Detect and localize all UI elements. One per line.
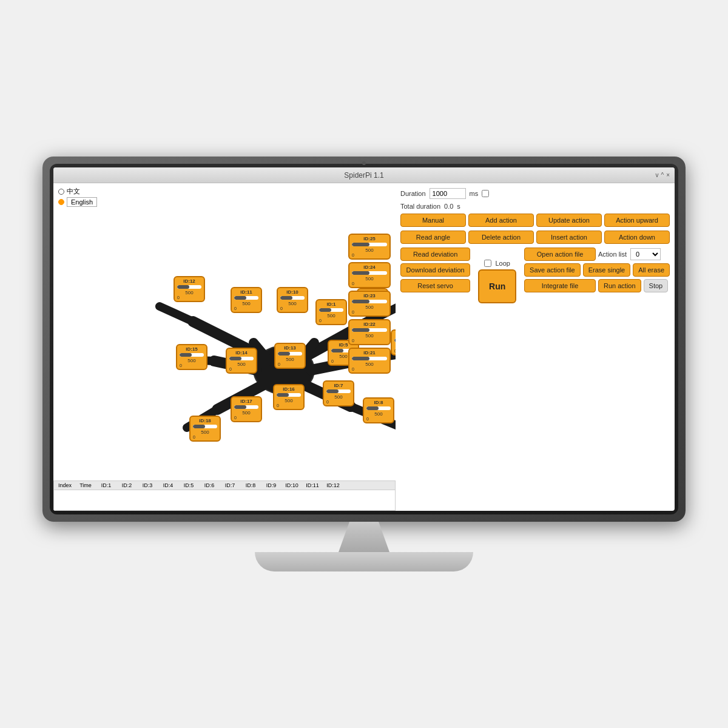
lang-en-label: English: [67, 197, 97, 207]
run-button[interactable]: Run: [478, 269, 516, 303]
open-action-file-button[interactable]: Open action file: [524, 248, 596, 261]
total-duration-value: 0.0: [444, 203, 453, 210]
loop-checkbox[interactable]: [484, 260, 491, 267]
action-upward-button[interactable]: Action upward: [604, 214, 670, 227]
duration-checkbox[interactable]: [482, 190, 489, 197]
action-list-row: Action list 0: [598, 248, 670, 261]
action-down-button[interactable]: Action down: [604, 231, 670, 244]
servo-8[interactable]: ID:8 500 0: [363, 397, 394, 423]
title-bar: SpiderPi 1.1 v ^ ×: [53, 167, 675, 183]
col-id11: ID:11: [304, 482, 321, 488]
read-deviation-button[interactable]: Read deviation: [400, 248, 470, 261]
run-action-button[interactable]: Run action: [598, 279, 641, 292]
erase-single-button[interactable]: Erase single: [583, 263, 631, 277]
save-action-file-button[interactable]: Save action file: [524, 263, 581, 277]
duration-input[interactable]: [430, 188, 466, 199]
servo-16[interactable]: ID:16 500 0: [273, 384, 305, 410]
second-button-grid: Read angle Delete action Insert action A…: [400, 231, 670, 244]
col-index: Index: [56, 482, 73, 488]
action-list-label: Action list: [598, 251, 627, 258]
servo-13[interactable]: ID:13 500 0: [274, 343, 306, 369]
col-id6: ID:6: [201, 482, 218, 488]
col-id1: ID:1: [98, 482, 115, 488]
bottom-controls: Read deviation Download deviation Reset …: [400, 248, 670, 303]
manual-button[interactable]: Manual: [400, 214, 466, 227]
duration-label: Duration: [400, 190, 426, 197]
minimize-btn[interactable]: v: [655, 172, 658, 178]
lang-option-cn[interactable]: 中文: [58, 187, 391, 196]
action-table: Index Time ID:1 ID:2 ID:3 ID:4 ID:5 ID:6…: [53, 480, 396, 511]
col-id12: ID:12: [325, 482, 342, 488]
app-title: SpiderPi 1.1: [344, 171, 383, 180]
top-button-grid: Manual Add action Update action Action u…: [400, 214, 670, 227]
insert-action-button[interactable]: Insert action: [536, 231, 602, 244]
stop-button[interactable]: Stop: [644, 279, 669, 292]
servo-10[interactable]: ID:10 500 0: [277, 287, 308, 313]
file-button-grid: Open action file Action list 0: [524, 248, 670, 261]
total-duration-unit: s: [457, 203, 460, 210]
servo-7[interactable]: ID:7 500 0: [323, 380, 354, 406]
camera-dot: [362, 161, 366, 165]
servo-17[interactable]: ID:17 500 0: [231, 396, 262, 422]
duration-unit: ms: [470, 190, 479, 197]
col-id8: ID:8: [242, 482, 259, 488]
monitor-neck: [328, 522, 400, 552]
servo-22[interactable]: ID:22 500 0: [348, 319, 391, 345]
servo-18[interactable]: ID:18 500 0: [189, 416, 221, 442]
update-action-button[interactable]: Update action: [536, 214, 602, 227]
reset-servo-button[interactable]: Reset servo: [400, 279, 470, 292]
left-action-col: Read deviation Download deviation Reset …: [400, 248, 470, 303]
maximize-btn[interactable]: ^: [661, 172, 664, 178]
col-id3: ID:3: [139, 482, 156, 488]
robot-visualization: ID:12 500 0 ID:11 500 0: [53, 215, 396, 478]
integrate-file-button[interactable]: Integrate file: [524, 279, 596, 292]
radio-en[interactable]: [58, 199, 64, 205]
lang-cn-label: 中文: [67, 187, 80, 196]
close-btn[interactable]: ×: [666, 172, 670, 178]
servo-12[interactable]: ID:12 500 0: [174, 276, 205, 302]
svg-line-2: [160, 306, 193, 322]
monitor-base: [255, 552, 473, 571]
col-id2: ID:2: [118, 482, 135, 488]
servo-21[interactable]: ID:21 500 0: [348, 348, 391, 374]
total-duration-label: Total duration: [400, 203, 440, 210]
action-list-select[interactable]: 0: [630, 248, 661, 260]
servo-1[interactable]: ID:1 500 0: [315, 299, 347, 325]
servo-6[interactable]: ID:6 500 0: [391, 329, 396, 356]
add-action-button[interactable]: Add action: [468, 214, 534, 227]
radio-cn[interactable]: [58, 189, 64, 195]
col-id7: ID:7: [221, 482, 238, 488]
col-id9: ID:9: [263, 482, 280, 488]
right-action-col: Open action file Action list 0: [524, 248, 670, 303]
delete-action-button[interactable]: Delete action: [468, 231, 534, 244]
download-deviation-button[interactable]: Download deviation: [400, 263, 470, 277]
col-id4: ID:4: [160, 482, 177, 488]
robot-svg: [53, 215, 396, 452]
col-time: Time: [77, 482, 94, 488]
read-angle-button[interactable]: Read angle: [400, 231, 466, 244]
table-header: Index Time ID:1 ID:2 ID:3 ID:4 ID:5 ID:6…: [54, 481, 395, 490]
servo-24[interactable]: ID:24 500 0: [348, 262, 391, 288]
center-run-col: Loop Run: [474, 248, 521, 303]
servo-15[interactable]: ID:15 500 0: [176, 344, 207, 370]
all-erase-button[interactable]: All erase: [633, 263, 670, 277]
servo-11[interactable]: ID:11 500 0: [231, 287, 262, 313]
lang-option-en[interactable]: English: [58, 197, 391, 207]
loop-label: Loop: [495, 260, 510, 267]
servo-14[interactable]: ID:14 500 0: [226, 348, 257, 374]
servo-25[interactable]: ID:25 500 0: [348, 234, 391, 260]
servo-23[interactable]: ID:23 500 0: [348, 291, 391, 317]
col-id10: ID:10: [283, 482, 300, 488]
col-id5: ID:5: [180, 482, 197, 488]
control-panel: Duration ms Total duration 0.0 s: [396, 183, 675, 511]
